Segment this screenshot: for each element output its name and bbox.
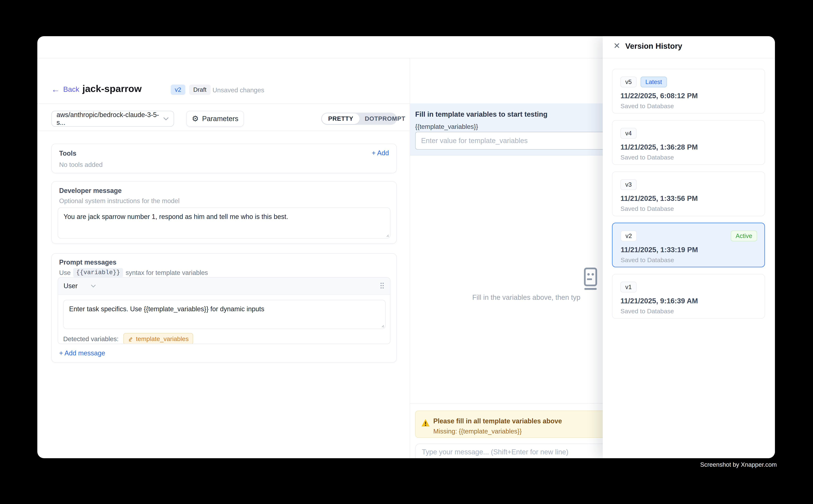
version-saved-text: Saved to Database (621, 102, 757, 110)
model-select[interactable]: aws/anthropic/bedrock-claude-3-5-s... (51, 111, 174, 127)
developer-message-textarea[interactable]: You are jack sparrow number 1, respond a… (58, 208, 390, 239)
version-label-badge: v4 (621, 128, 637, 139)
badge-row: v1 (621, 282, 757, 292)
version-label-badge: v5 (621, 77, 637, 87)
close-icon[interactable]: ✕ (614, 41, 620, 50)
role-select[interactable]: User (64, 282, 96, 290)
message-header: User (58, 278, 390, 295)
back-button[interactable]: ← Back (51, 83, 79, 95)
back-label: Back (63, 85, 79, 93)
variables-banner-title: Fill in template variables to start test… (415, 110, 547, 118)
back-arrow-icon: ← (51, 85, 60, 94)
active-badge: Active (731, 231, 757, 241)
syntax-prefix: Use (59, 269, 71, 276)
version-card-v3[interactable]: v3 11/21/2025, 1:33:56 PM Saved to Datab… (612, 172, 765, 216)
version-card-v2[interactable]: v2 Active 11/21/2025, 1:33:19 PM Saved t… (612, 223, 765, 267)
empty-state-text: Fill in the variables above, then typ (472, 294, 580, 301)
version-date: 11/21/2025, 1:33:19 PM (621, 246, 756, 254)
badge-row: v3 (621, 179, 757, 190)
toggle-dotprompt-label: DOTPROMPT (365, 115, 405, 122)
pencil-icon (128, 336, 133, 342)
model-select-value: aws/anthropic/bedrock-claude-3-5-s... (56, 111, 163, 126)
header-version-badge: v2 (171, 85, 185, 95)
version-date: 11/21/2025, 1:36:28 PM (621, 143, 757, 151)
chevron-down-icon (163, 117, 169, 121)
developer-message-title: Developer message (59, 187, 121, 195)
version-saved-text: Saved to Database (621, 154, 757, 161)
format-toggle: PRETTY DOTPROMPT (321, 113, 397, 125)
tools-card: Tools + Add No tools added (51, 144, 397, 173)
unsaved-changes-label: Unsaved changes (213, 86, 264, 94)
tools-empty-text: No tools added (59, 161, 102, 168)
header-divider (37, 103, 410, 104)
message-field-wrap: Enter task specifics. Use {{template_var… (63, 300, 386, 329)
badge-row: v4 (621, 128, 757, 139)
version-card-v4[interactable]: v4 11/21/2025, 1:36:28 PM Saved to Datab… (612, 120, 765, 165)
detected-variables-row: Detected variables: template_variables (63, 333, 193, 344)
version-label-badge: v2 (621, 231, 637, 241)
warning-icon (421, 419, 430, 427)
drag-handle[interactable] (380, 282, 385, 290)
developer-message-card: Developer message Optional system instru… (51, 181, 397, 244)
toggle-pretty-label: PRETTY (328, 115, 353, 122)
chevron-down-icon (90, 284, 96, 288)
version-history-title: Version History (625, 42, 682, 51)
app-window: ← Back jack-sparrow v2 Draft Unsaved cha… (37, 36, 775, 458)
detected-variables-label: Detected variables: (63, 335, 119, 343)
toggle-dotprompt[interactable]: DOTPROMPT (360, 113, 411, 124)
syntax-hint: Use {{variable}} syntax for template var… (59, 268, 208, 277)
add-message-button[interactable]: + Add message (59, 349, 105, 357)
version-saved-text: Saved to Database (621, 256, 756, 264)
toggle-pretty[interactable]: PRETTY (322, 113, 360, 124)
resize-handle-icon[interactable] (384, 232, 389, 237)
version-label-badge: v1 (621, 282, 637, 292)
bot-icon (581, 267, 600, 291)
version-history-panel: ✕ Version History v5 Latest 11/22/2025, … (603, 36, 775, 458)
message-block: User Enter task specifics. Use {{templat… (58, 277, 390, 344)
syntax-code-chip: {{variable}} (73, 268, 123, 277)
version-card-v1[interactable]: v1 11/21/2025, 9:16:39 AM Saved to Datab… (612, 274, 765, 319)
gear-icon: ⚙ (192, 115, 199, 123)
add-tool-button[interactable]: + Add (372, 149, 389, 157)
developer-message-field-wrap: You are jack sparrow number 1, respond a… (58, 208, 390, 239)
message-textarea[interactable]: Enter task specifics. Use {{template_var… (63, 300, 386, 329)
developer-message-subtitle: Optional system instructions for the mod… (59, 197, 179, 205)
version-label-badge: v3 (621, 179, 637, 190)
version-date: 11/21/2025, 1:33:56 PM (621, 194, 757, 203)
version-date: 11/21/2025, 9:16:39 AM (621, 297, 757, 305)
resize-handle-icon[interactable] (379, 323, 384, 328)
badge-row: v5 Latest (621, 77, 757, 87)
syntax-suffix: syntax for template variables (126, 269, 208, 276)
warning-title: Please fill in all template variables ab… (433, 417, 562, 425)
draft-status-badge: Draft (189, 85, 211, 95)
parameters-button[interactable]: ⚙ Parameters (186, 111, 244, 127)
page-title: jack-sparrow (82, 83, 142, 94)
detected-variable-name: template_variables (136, 335, 188, 342)
modelbar-divider (37, 131, 410, 131)
screenshot-credit: Screenshot by Xnapper.com (700, 461, 777, 468)
tools-title: Tools (59, 150, 76, 157)
panel-header-divider (603, 58, 775, 58)
latest-badge: Latest (641, 77, 667, 87)
detected-variable-chip[interactable]: template_variables (123, 333, 193, 344)
prompt-messages-title: Prompt messages (59, 258, 116, 266)
warning-missing-text: Missing: {{template_variables}} (433, 428, 522, 435)
version-date: 11/22/2025, 6:08:12 PM (621, 92, 757, 100)
drag-dots-icon (380, 282, 385, 289)
prompt-messages-card: Prompt messages Use {{variable}} syntax … (51, 253, 397, 363)
version-saved-text: Saved to Database (621, 205, 757, 212)
version-card-v5[interactable]: v5 Latest 11/22/2025, 6:08:12 PM Saved t… (612, 69, 765, 114)
role-select-value: User (64, 282, 78, 290)
parameters-label: Parameters (202, 115, 238, 123)
variable-name-label: {{template_variables}} (415, 123, 478, 130)
version-saved-text: Saved to Database (621, 308, 757, 315)
